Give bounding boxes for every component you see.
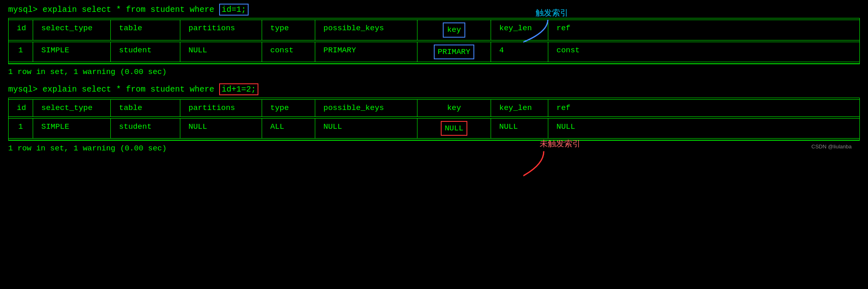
cell-table-2: student <box>111 119 180 139</box>
prompt-text-2: mysql> explain select * from student whe… <box>8 85 219 94</box>
section2: mysql> explain select * from student whe… <box>8 84 860 153</box>
cell-keylen-2: NULL <box>491 119 548 139</box>
cell-id-1: 1 <box>9 42 33 62</box>
header-type-2: type <box>262 100 315 116</box>
cell-key-2: NULL <box>417 119 491 139</box>
result-line-1: 1 row in set, 1 warning (0.00 sec) <box>8 67 860 76</box>
annotation-red-text: 未触发索引 <box>540 139 581 148</box>
table2: id select_type table partitions type pos… <box>8 98 860 141</box>
header-id-1: id <box>9 20 33 40</box>
header-seltype-2: select_type <box>33 100 111 116</box>
prompt-text-1: mysql> explain select * from student whe… <box>8 5 219 14</box>
cell-partitions-1: NULL <box>180 42 262 62</box>
sep-bot-1 <box>9 62 859 64</box>
header-key-1: key <box>417 20 491 40</box>
table1: id select_type table partitions type pos… <box>8 18 860 64</box>
header-id-2: id <box>9 100 33 116</box>
header-seltype-1: select_type <box>33 20 111 40</box>
cell-partitions-2: NULL <box>180 119 262 139</box>
cell-ref-2: NULL <box>548 119 859 139</box>
prompt-line-2: mysql> explain select * from student whe… <box>8 84 860 95</box>
header-possible-2: possible_keys <box>315 100 417 116</box>
table2-header-row: id select_type table partitions type pos… <box>9 100 859 117</box>
result-line-2: 1 row in set, 1 warning (0.00 sec) <box>8 144 860 153</box>
arrow-blue-svg <box>523 16 605 65</box>
header-partitions-2: partitions <box>180 100 262 116</box>
annotation-red: 未触发索引 <box>540 138 581 149</box>
cell-table-1: student <box>111 42 180 62</box>
key-box-blue-header: key <box>443 22 465 38</box>
header-key-2: key <box>417 100 491 116</box>
page-content: mysql> explain select * from student whe… <box>8 4 860 153</box>
sep-bot-2 <box>9 139 859 140</box>
table1-header-row: id select_type table partitions type pos… <box>9 20 859 40</box>
header-possible-1: possible_keys <box>315 20 417 40</box>
prompt-line-1: mysql> explain select * from student whe… <box>8 4 860 16</box>
cell-key-1: PRIMARY <box>417 42 491 62</box>
header-partitions-1: partitions <box>180 20 262 40</box>
header-table-2: table <box>111 100 180 116</box>
cell-possible-2: NULL <box>315 119 417 139</box>
arrow-red-svg <box>523 147 605 200</box>
cell-type-2: ALL <box>262 119 315 139</box>
section1: mysql> explain select * from student whe… <box>8 4 860 76</box>
cell-seltype-2: SIMPLE <box>33 119 111 139</box>
table1-data-row: 1 SIMPLE student NULL const PRIMARY PRIM… <box>9 42 859 63</box>
watermark: CSDN @liulanba <box>812 143 852 150</box>
annotation-blue: 触发索引 <box>536 7 568 18</box>
cell-possible-1: PRIMARY <box>315 42 417 62</box>
cell-seltype-1: SIMPLE <box>33 42 111 62</box>
key-box-blue-value: PRIMARY <box>434 45 475 60</box>
condition-2: id+1=2; <box>219 83 258 95</box>
key-box-red-value: NULL <box>441 121 468 136</box>
cell-type-1: const <box>262 42 315 62</box>
cell-id-2: 1 <box>9 119 33 139</box>
table2-data-row: 1 SIMPLE student NULL ALL NULL NULL NULL… <box>9 119 859 139</box>
header-keylen-2: key_len <box>491 100 548 116</box>
header-type-1: type <box>262 20 315 40</box>
header-table-1: table <box>111 20 180 40</box>
header-ref-2: ref <box>548 100 859 116</box>
condition-1: id=1; <box>219 4 249 16</box>
